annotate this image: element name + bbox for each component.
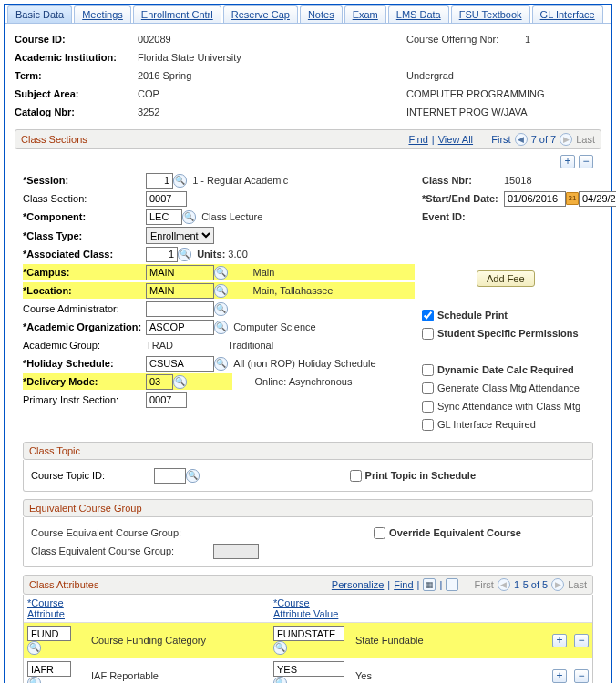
attrs-prev-icon: ◀ <box>498 578 510 591</box>
gl-req-checkbox[interactable] <box>422 419 434 431</box>
location-label: *Location: <box>23 285 146 296</box>
acad-org-input[interactable] <box>146 320 214 335</box>
attr-del-row[interactable]: − <box>574 669 589 683</box>
tab-enrollment-cntrl[interactable]: Enrollment Cntrl <box>133 5 221 23</box>
attrs-download-icon[interactable] <box>446 578 458 591</box>
primary-label: Primary Instr Section: <box>23 394 146 405</box>
topic-id-input[interactable] <box>154 468 186 484</box>
campus-label: *Campus: <box>23 267 146 278</box>
event-id-label: Event ID: <box>422 211 504 222</box>
course-admin-input[interactable] <box>146 301 214 317</box>
start-date-input[interactable] <box>504 191 566 207</box>
topic-id-lookup-icon[interactable] <box>186 469 200 483</box>
class-nbr-label: Class Nbr: <box>422 175 504 186</box>
sync-att-checkbox[interactable] <box>422 401 434 413</box>
campus-input[interactable] <box>146 265 214 280</box>
tab-fsu-textbook[interactable]: FSU Textbook <box>451 5 530 23</box>
dyn-date-checkbox[interactable] <box>422 364 434 376</box>
sections-find-link[interactable]: Find <box>408 134 427 145</box>
term-label: Term: <box>15 70 138 81</box>
holiday-input[interactable] <box>146 356 214 372</box>
tab-notes[interactable]: Notes <box>300 5 343 23</box>
attrs-personalize-link[interactable]: Personalize <box>332 579 384 590</box>
start-date-calendar-icon[interactable] <box>566 192 579 205</box>
print-topic-checkbox[interactable] <box>350 470 362 482</box>
student-perm-label: Student Specific Permissions <box>437 328 579 339</box>
class-type-select[interactable]: Enrollment <box>146 227 214 244</box>
attr-value-lookup-icon[interactable] <box>273 677 287 683</box>
attr-code-input[interactable] <box>27 661 71 677</box>
attr-del-row[interactable]: − <box>574 634 589 647</box>
tab-basic-data[interactable]: Basic Data <box>7 5 72 23</box>
col-course-attribute-value[interactable]: *Course Attribute Value <box>270 595 352 623</box>
primary-input[interactable] <box>146 392 187 408</box>
acad-inst-value: Florida State University <box>138 52 293 63</box>
tab-meetings[interactable]: Meetings <box>74 5 131 23</box>
acad-org-lookup-icon[interactable] <box>214 321 228 334</box>
acad-group-desc: Traditional <box>227 340 273 351</box>
holiday-desc: All (non ROP) Holiday Schedule <box>233 358 376 369</box>
class-section-input[interactable] <box>146 191 187 207</box>
component-input[interactable] <box>146 209 182 225</box>
attr-code-lookup-icon[interactable] <box>27 677 41 683</box>
attr-value-input[interactable] <box>273 661 344 677</box>
class-attributes-table: *Course Attribute *Course Attribute Valu… <box>24 595 592 683</box>
override-equiv-checkbox[interactable] <box>374 527 385 539</box>
session-lookup-icon[interactable] <box>173 174 187 188</box>
tab-lms-data[interactable]: LMS Data <box>388 5 449 23</box>
topic-id-label: Course Topic ID: <box>31 470 154 481</box>
catalog-label: Catalog Nbr: <box>15 107 138 117</box>
catalog-desc: INTERNET PROG W/JAVA <box>406 107 528 117</box>
attrs-view-all-icon[interactable]: ▦ <box>423 578 436 591</box>
attr-code-lookup-icon[interactable] <box>27 641 41 655</box>
attr-add-row[interactable]: + <box>552 669 567 683</box>
location-desc: Main, Tallahassee <box>253 285 334 296</box>
attr-add-row[interactable]: + <box>552 634 567 647</box>
table-row: IAF ReportableYes+− <box>24 658 592 684</box>
acad-org-desc: Computer Science <box>233 321 316 332</box>
attr-value-desc: State Fundable <box>355 635 424 646</box>
sections-position: 7 of 7 <box>531 134 557 145</box>
component-desc: Class Lecture <box>201 211 262 222</box>
end-date-input[interactable] <box>579 191 616 207</box>
delivery-label: *Delivery Mode: <box>23 376 146 387</box>
course-equiv-label: Course Equivalent Course Group: <box>31 527 213 538</box>
sections-first-link[interactable]: First <box>491 134 510 145</box>
gen-mtg-checkbox[interactable] <box>422 382 434 394</box>
attr-value-input[interactable] <box>273 626 344 641</box>
sections-prev-icon[interactable]: ◀ <box>515 133 528 146</box>
tab-gl-interface[interactable]: GL Interface <box>532 5 603 23</box>
attrs-find-link[interactable]: Find <box>394 579 413 590</box>
sections-add-row[interactable]: + <box>560 155 575 168</box>
attr-code-input[interactable] <box>27 626 71 641</box>
location-lookup-icon[interactable] <box>214 284 228 298</box>
tab-reserve-cap[interactable]: Reserve Cap <box>223 5 298 23</box>
sync-att-label: Sync Attendance with Class Mtg <box>437 401 580 412</box>
add-fee-button[interactable]: Add Fee <box>477 270 535 287</box>
assoc-class-input[interactable] <box>146 247 178 262</box>
gen-mtg-label: Generate Class Mtg Attendance <box>437 382 580 393</box>
override-equiv-label: Override Equivalent Course <box>389 527 521 538</box>
subject-label: Subject Area: <box>15 88 138 99</box>
attr-value-lookup-icon[interactable] <box>273 641 287 655</box>
component-lookup-icon[interactable] <box>182 210 196 224</box>
campus-lookup-icon[interactable] <box>214 266 228 280</box>
session-input[interactable] <box>146 173 173 189</box>
assoc-class-lookup-icon[interactable] <box>178 248 191 261</box>
tab-exam[interactable]: Exam <box>344 5 386 23</box>
delivery-input[interactable] <box>146 374 173 390</box>
attrs-position: 1-5 of 5 <box>514 579 548 590</box>
schedule-print-checkbox[interactable] <box>422 310 434 321</box>
gl-req-label: GL Interface Required <box>437 419 536 430</box>
course-admin-lookup-icon[interactable] <box>214 302 228 316</box>
attrs-next-icon: ▶ <box>551 578 564 591</box>
col-course-attribute[interactable]: *Course Attribute <box>24 595 87 623</box>
location-input[interactable] <box>146 283 214 299</box>
sections-del-row[interactable]: − <box>579 155 593 168</box>
student-perm-checkbox[interactable] <box>422 328 434 340</box>
holiday-lookup-icon[interactable] <box>214 357 228 371</box>
delivery-lookup-icon[interactable] <box>173 375 187 389</box>
sections-view-all-link[interactable]: View All <box>438 134 473 145</box>
tab-strip: Basic Data Meetings Enrollment Cntrl Res… <box>5 5 611 24</box>
delivery-desc: Online: Asynchronous <box>254 376 352 387</box>
